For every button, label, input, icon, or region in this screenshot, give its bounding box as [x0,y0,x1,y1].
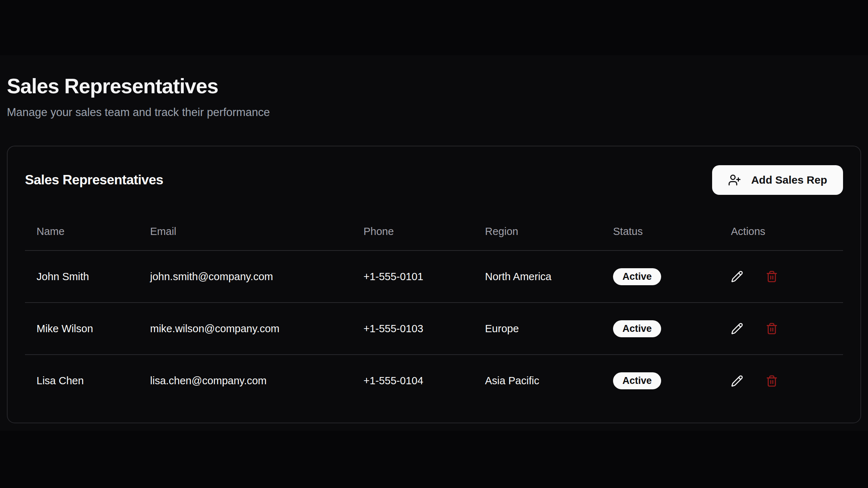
trash-icon [766,322,778,335]
card-title: Sales Representatives [25,172,163,188]
cell-email: mike.wilson@company.com [139,303,352,355]
sales-reps-card: Sales Representatives Add Sales Rep [7,146,861,423]
card-header: Sales Representatives Add Sales Rep [25,165,843,195]
table-header-row: Name Email Phone Region Status Actions [25,213,843,251]
edit-button[interactable] [731,270,743,283]
edit-button[interactable] [731,322,743,335]
cell-phone: +1-555-0103 [352,303,473,355]
table-row: Lisa Chen lisa.chen@company.com +1-555-0… [25,355,843,407]
cell-status: Active [601,303,719,355]
column-header-region: Region [473,213,601,251]
cell-region: Asia Pacific [473,355,601,407]
cell-region: Europe [473,303,601,355]
status-badge: Active [613,372,661,389]
delete-button[interactable] [766,270,778,283]
cell-name: Mike Wilson [25,303,139,355]
cell-actions [719,303,843,355]
main-content: Sales Representatives Manage your sales … [0,55,868,431]
pencil-icon [731,375,743,387]
cell-status: Active [601,251,719,303]
column-header-name: Name [25,213,139,251]
cell-email: lisa.chen@company.com [139,355,352,407]
column-header-phone: Phone [352,213,473,251]
cell-name: Lisa Chen [25,355,139,407]
cell-phone: +1-555-0104 [352,355,473,407]
user-plus-icon [728,174,741,187]
status-badge: Active [613,268,661,285]
delete-button[interactable] [766,322,778,335]
cell-email: john.smith@company.com [139,251,352,303]
column-header-email: Email [139,213,352,251]
page-title: Sales Representatives [7,75,861,98]
cell-status: Active [601,355,719,407]
page-subtitle: Manage your sales team and track their p… [7,106,861,119]
cell-name: John Smith [25,251,139,303]
column-header-actions: Actions [719,213,843,251]
add-sales-rep-button[interactable]: Add Sales Rep [712,165,843,195]
pencil-icon [731,322,743,335]
pencil-icon [731,270,743,283]
add-sales-rep-label: Add Sales Rep [751,174,827,186]
cell-actions [719,355,843,407]
trash-icon [766,375,778,387]
cell-region: North America [473,251,601,303]
sales-reps-table: Name Email Phone Region Status Actions J… [25,213,843,407]
table-row: John Smith john.smith@company.com +1-555… [25,251,843,303]
table-row: Mike Wilson mike.wilson@company.com +1-5… [25,303,843,355]
status-badge: Active [613,320,661,337]
trash-icon [766,270,778,283]
edit-button[interactable] [731,375,743,387]
cell-phone: +1-555-0101 [352,251,473,303]
cell-actions [719,251,843,303]
delete-button[interactable] [766,375,778,387]
column-header-status: Status [601,213,719,251]
